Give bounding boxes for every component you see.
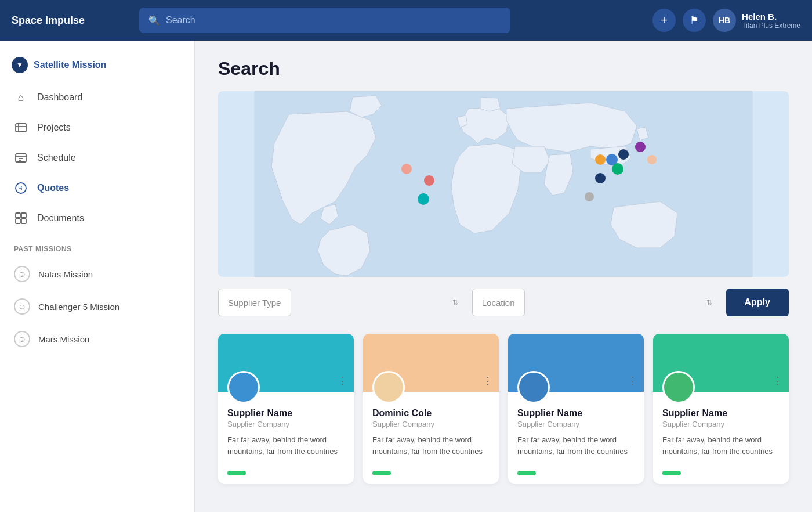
- sidebar-item-projects[interactable]: Projects: [0, 113, 194, 143]
- card-desc-2: Far far away, behind the word mountains,…: [372, 434, 490, 457]
- svg-rect-0: [16, 124, 26, 132]
- map-dot-2: [424, 175, 434, 186]
- card-header-2: ⋮: [363, 334, 499, 392]
- card-menu-button-1[interactable]: ⋮: [338, 376, 348, 386]
- card-tag-4: [662, 471, 681, 475]
- sidebar-item-mars[interactable]: ☺ Mars Mission: [0, 323, 194, 355]
- sidebar-item-dashboard[interactable]: ⌂ Dashboard: [0, 82, 194, 113]
- card-avatar-4: [662, 371, 695, 403]
- supplier-card-4: ⋮ Supplier Name Supplier Company Far far…: [653, 334, 789, 484]
- sidebar-item-natas[interactable]: ☺ Natas Mission: [0, 258, 194, 290]
- quotes-icon: %: [14, 181, 28, 195]
- mission-selector[interactable]: ▼ Satellite Mission: [0, 52, 194, 82]
- avatar: HB: [713, 9, 736, 32]
- card-body-4: Supplier Name Supplier Company Far far a…: [653, 392, 789, 471]
- svg-rect-11: [16, 219, 20, 223]
- svg-text:%: %: [19, 185, 24, 192]
- past-mission-label: Challenger 5 Mission: [38, 302, 119, 312]
- world-map: [218, 91, 789, 277]
- cards-grid: ⋮ Supplier Name Supplier Company Far far…: [218, 334, 789, 484]
- card-avatar-1: [227, 371, 260, 403]
- sidebar-item-label: Projects: [37, 122, 71, 133]
- card-company-2: Supplier Company: [372, 420, 490, 428]
- topnav-right: + ⚑ HB Helen B. Titan Plus Extreme: [652, 9, 800, 32]
- card-name-1: Supplier Name: [227, 408, 345, 419]
- home-icon: ⌂: [14, 91, 28, 104]
- sidebar-item-documents[interactable]: Documents: [0, 203, 194, 233]
- content-area: Search: [195, 41, 812, 512]
- apply-button[interactable]: Apply: [726, 289, 789, 316]
- sidebar: ▼ Satellite Mission ⌂ Dashboard Projects: [0, 41, 195, 512]
- map-dot-4: [595, 154, 606, 165]
- card-tag-1: [227, 471, 246, 475]
- sidebar-item-label: Documents: [37, 213, 84, 223]
- card-header-4: ⋮: [653, 334, 789, 392]
- card-company-3: Supplier Company: [517, 420, 635, 428]
- card-desc-4: Far far away, behind the word mountains,…: [662, 434, 780, 457]
- map-dot-9: [647, 155, 657, 164]
- card-name-4: Supplier Name: [662, 408, 780, 419]
- card-body-3: Supplier Name Supplier Company Far far a…: [508, 392, 644, 471]
- page-title: Search: [218, 58, 789, 80]
- supplier-card-1: ⋮ Supplier Name Supplier Company Far far…: [218, 334, 354, 484]
- user-info[interactable]: HB Helen B. Titan Plus Extreme: [713, 9, 800, 32]
- card-footer-1: [218, 471, 354, 484]
- map-dot-6: [612, 163, 624, 175]
- user-text: Helen B. Titan Plus Extreme: [742, 12, 800, 30]
- map-dot-11: [585, 192, 594, 201]
- mission-label: Satellite Mission: [34, 60, 106, 70]
- supplier-type-wrapper: Supplier Type: [218, 289, 465, 316]
- sidebar-item-label: Dashboard: [37, 92, 82, 103]
- mission-icon: ▼: [12, 57, 28, 73]
- user-plan: Titan Plus Extreme: [742, 21, 800, 30]
- map-dot-10: [595, 173, 606, 183]
- card-footer-4: [653, 471, 789, 484]
- svg-rect-10: [21, 213, 26, 218]
- card-body-2: Dominic Cole Supplier Company Far far aw…: [363, 392, 499, 471]
- supplier-type-select[interactable]: Supplier Type: [218, 289, 291, 316]
- filters-row: Supplier Type Location Apply: [218, 289, 789, 316]
- documents-icon: [14, 211, 28, 225]
- supplier-card-3: ⋮ Supplier Name Supplier Company Far far…: [508, 334, 644, 484]
- main-layout: ▼ Satellite Mission ⌂ Dashboard Projects: [0, 41, 812, 512]
- card-menu-button-2[interactable]: ⋮: [483, 376, 493, 386]
- natas-icon: ☺: [14, 266, 30, 282]
- sidebar-item-quotes[interactable]: % Quotes: [0, 173, 194, 203]
- card-menu-button-3[interactable]: ⋮: [628, 376, 638, 386]
- card-tag-3: [517, 471, 536, 475]
- location-select[interactable]: Location: [472, 289, 525, 316]
- card-company-1: Supplier Company: [227, 420, 345, 428]
- search-icon: 🔍: [148, 15, 160, 26]
- sidebar-item-label: Quotes: [37, 183, 69, 193]
- mars-icon: ☺: [14, 331, 30, 347]
- svg-rect-9: [16, 213, 20, 218]
- card-desc-3: Far far away, behind the word mountains,…: [517, 434, 635, 457]
- search-input[interactable]: [166, 15, 501, 26]
- card-header-1: ⋮: [218, 334, 354, 392]
- map-dot-1: [401, 164, 412, 174]
- user-name: Helen B.: [742, 12, 800, 21]
- flag-button[interactable]: ⚑: [683, 9, 706, 32]
- map-container: [218, 91, 789, 277]
- map-dot-7: [618, 149, 629, 160]
- add-button[interactable]: +: [652, 9, 676, 32]
- sidebar-item-challenger[interactable]: ☺ Challenger 5 Mission: [0, 290, 194, 323]
- card-tag-2: [372, 471, 391, 475]
- past-mission-label: Mars Mission: [38, 334, 89, 344]
- card-footer-2: [363, 471, 499, 484]
- card-menu-button-4[interactable]: ⋮: [773, 376, 783, 386]
- sidebar-item-schedule[interactable]: Schedule: [0, 143, 194, 173]
- location-wrapper: Location: [472, 289, 719, 316]
- map-dot-8: [635, 142, 646, 152]
- card-avatar-3: [517, 371, 550, 403]
- card-footer-3: [508, 471, 644, 484]
- card-name-2: Dominic Cole: [372, 408, 490, 419]
- supplier-card-2: ⋮ Dominic Cole Supplier Company Far far …: [363, 334, 499, 484]
- card-desc-1: Far far away, behind the word mountains,…: [227, 434, 345, 457]
- card-company-4: Supplier Company: [662, 420, 780, 428]
- past-missions-label: PAST MISSIONS: [0, 233, 194, 258]
- past-mission-label: Natas Mission: [38, 269, 93, 279]
- map-dot-3: [418, 193, 429, 205]
- card-name-3: Supplier Name: [517, 408, 635, 419]
- search-bar[interactable]: 🔍: [139, 8, 510, 33]
